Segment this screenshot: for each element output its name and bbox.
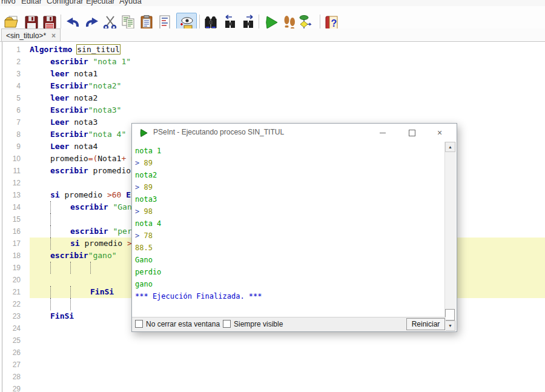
menu-ejecutar[interactable]: Ejecutar: [86, 0, 115, 5]
console-line: > 98: [135, 205, 153, 218]
line-number: 11: [2, 165, 21, 177]
code-text: escribir"gano": [50, 250, 117, 262]
code-line[interactable]: 29: [2, 383, 545, 392]
redo-icon[interactable]: [84, 14, 101, 28]
code-text: FinSi: [90, 286, 114, 298]
menubar: hivo Editar Configurar Ejecutar Ayuda: [0, 0, 545, 6]
line-number: 17: [2, 238, 21, 250]
save-icon[interactable]: [23, 14, 40, 28]
code-line[interactable]: 28: [2, 371, 545, 383]
paste-icon[interactable]: [138, 14, 155, 28]
indent-guide: [50, 262, 51, 274]
line-number: 23: [2, 310, 21, 322]
restart-button[interactable]: Reiniciar: [406, 318, 445, 330]
pseint-run-icon: [139, 128, 148, 138]
scroll-down-icon[interactable]: ▼: [445, 321, 455, 331]
console-line: > 78: [135, 230, 153, 242]
menu-editar[interactable]: Editar: [21, 0, 42, 5]
format-document-icon[interactable]: [156, 14, 173, 28]
tabbar: <sin_titulo>* ×: [0, 28, 545, 42]
code-line[interactable]: 4Escribir"nota2": [2, 80, 545, 92]
menu-configurar[interactable]: Configurar: [47, 0, 84, 5]
indent-guide: [70, 262, 71, 274]
console-footer: No cerrar esta ventana Siempre visible R…: [132, 317, 446, 331]
help-icon[interactable]: ?: [323, 14, 340, 28]
code-text: Leer nota3: [50, 116, 97, 128]
save-as-icon[interactable]: [41, 14, 58, 28]
line-number: 27: [2, 359, 21, 371]
code-text: Escribir"nota3": [50, 104, 121, 116]
find-previous-icon[interactable]: [222, 14, 239, 28]
tab-label: <sin_titulo>*: [6, 32, 46, 40]
code-text: si promedio >60 Ent: [50, 189, 140, 201]
flowchart-icon[interactable]: [297, 14, 314, 28]
console-scrollbar[interactable]: ▲ ▼: [444, 142, 456, 331]
find-next-icon[interactable]: [240, 14, 257, 28]
new-file-icon[interactable]: [0, 14, 2, 28]
code-line[interactable]: 1Algoritmo sin_titul: [2, 44, 545, 56]
line-number: 19: [2, 262, 21, 274]
toolbar: ?: [0, 6, 545, 28]
code-line[interactable]: 6Escribir"nota3": [2, 104, 545, 116]
line-number: 14: [2, 201, 21, 213]
code-line[interactable]: 26: [2, 347, 545, 359]
copy-icon[interactable]: [120, 14, 137, 28]
scroll-up-icon[interactable]: ▲: [445, 142, 455, 152]
toolbar-separator: [61, 15, 61, 28]
line-number: 13: [2, 189, 21, 201]
indent-guide: [50, 286, 51, 298]
line-number: 3: [2, 68, 21, 80]
code-line[interactable]: 5leer nota2: [2, 92, 545, 104]
console-line: > 89: [135, 157, 153, 169]
code-text: FinSi: [50, 310, 74, 322]
find-icon[interactable]: [202, 14, 219, 28]
step-run-icon[interactable]: [281, 14, 298, 28]
code-line[interactable]: 25: [2, 334, 545, 347]
code-text: Escribir"nota 4": [50, 128, 126, 141]
run-icon[interactable]: [263, 14, 280, 28]
console-line: nota2: [135, 169, 157, 181]
toolbar-separator: [259, 15, 259, 28]
line-number: 1: [2, 44, 21, 56]
undo-icon[interactable]: [64, 14, 81, 28]
console-titlebar[interactable]: PSeInt - Ejecutando proceso SIN_TITUL ×: [132, 124, 457, 142]
scrollbar-thumb[interactable]: [445, 309, 455, 321]
close-icon[interactable]: ×: [432, 127, 447, 139]
code-text: Leer nota4: [50, 141, 97, 153]
code-line[interactable]: 3leer nota1: [2, 68, 545, 80]
console-line: > 89: [135, 181, 153, 193]
no-close-label: No cerrar esta ventana: [146, 320, 220, 328]
maximize-icon[interactable]: [405, 127, 419, 139]
code-text: Escribir"nota2": [50, 80, 121, 92]
code-text: leer nota2: [50, 92, 97, 104]
code-line[interactable]: 27: [2, 359, 545, 371]
always-visible-checkbox[interactable]: [223, 320, 231, 328]
line-number: 7: [2, 116, 21, 128]
minimize-icon[interactable]: [375, 127, 390, 139]
menu-ayuda[interactable]: Ayuda: [119, 0, 142, 5]
preview-icon[interactable]: [176, 13, 197, 28]
indent-guide: [50, 201, 51, 213]
line-number: 22: [2, 298, 21, 310]
indent-guide: [90, 262, 91, 274]
menu-archivo[interactable]: hivo: [1, 0, 16, 5]
cut-icon[interactable]: [102, 14, 119, 28]
line-number: 26: [2, 347, 21, 359]
line-number: 2: [2, 56, 21, 68]
line-number: 4: [2, 80, 21, 92]
indent-guide: [50, 298, 51, 310]
code-line[interactable]: 2escribir "nota 1": [2, 56, 545, 68]
indent-guide: [70, 286, 71, 298]
toolbar-separator: [320, 15, 320, 28]
indent-guide: [50, 238, 51, 250]
open-folder-icon[interactable]: [3, 14, 20, 28]
no-close-checkbox[interactable]: [135, 320, 143, 328]
tab-close-icon[interactable]: ×: [51, 32, 56, 39]
line-number: 15: [2, 213, 21, 225]
console-line: 88.5: [135, 242, 153, 254]
console-line: gano: [135, 278, 153, 290]
always-visible-label: Siempre visible: [234, 320, 283, 328]
console-window: PSeInt - Ejecutando proceso SIN_TITUL × …: [131, 123, 457, 332]
tab-sin-titulo[interactable]: <sin_titulo>* ×: [1, 28, 61, 42]
line-number: 10: [2, 153, 21, 165]
